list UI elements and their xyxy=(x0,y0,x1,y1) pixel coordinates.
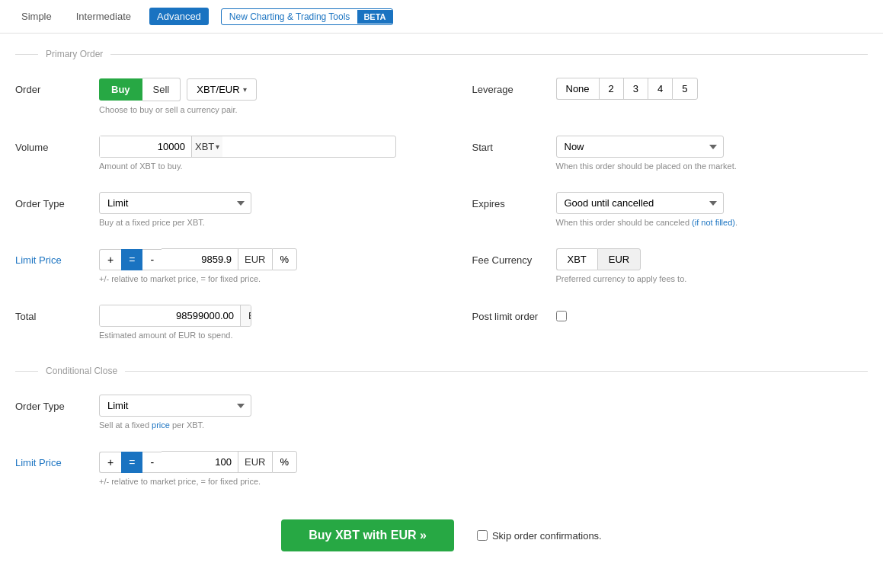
cond-limit-price-minus-button[interactable]: - xyxy=(142,452,162,473)
start-field-row: Start Now When this order should be plac… xyxy=(442,125,869,181)
volume-field-content: XBT Amount of XBT to buy. xyxy=(99,136,396,171)
fee-currency-hint: Preferred currency to apply fees to. xyxy=(556,274,869,283)
leverage-3[interactable]: 3 xyxy=(623,78,648,100)
skip-confirm-label: Skip order confirmations. xyxy=(492,530,602,542)
post-limit-order-content xyxy=(556,305,869,321)
cond-placeholder-right2 xyxy=(442,440,869,497)
beta-button-text: New Charting & Trading Tools xyxy=(222,9,358,24)
limit-price-minus-button[interactable]: - xyxy=(142,249,162,270)
leverage-field-row: Leverage None 2 3 4 5 xyxy=(442,67,869,125)
cond-limit-price-equals-button[interactable]: = xyxy=(121,452,142,473)
expires-select[interactable]: Good until cancelled xyxy=(556,192,724,214)
fee-currency-field-row: Fee Currency XBT EUR Preferred currency … xyxy=(442,238,869,294)
total-field-label: Total xyxy=(15,305,99,322)
cond-order-type-select[interactable]: Limit Market xyxy=(99,395,251,417)
total-field-content: EUR Estimated amount of EUR to spend. xyxy=(99,305,396,340)
leverage-field-label: Leverage xyxy=(472,78,556,95)
cond-limit-price-percent-button[interactable]: % xyxy=(272,451,298,473)
cond-limit-price-plus-button[interactable]: + xyxy=(99,452,121,473)
fee-currency-buttons: XBT EUR xyxy=(556,248,869,270)
tab-advanced[interactable]: Advanced xyxy=(149,8,209,25)
submit-button[interactable]: Buy XBT with EUR » xyxy=(281,519,454,551)
order-hint: Choose to buy or sell a currency pair. xyxy=(99,105,396,114)
submit-area: Buy XBT with EUR » Skip order confirmati… xyxy=(15,497,868,574)
expires-hint-colored: (if not filled) xyxy=(692,218,735,227)
total-field-row: Total EUR Estimated amount of EUR to spe… xyxy=(15,294,442,350)
limit-price-controls: + = - EUR % xyxy=(99,248,396,270)
post-limit-order-row: Post limit order xyxy=(442,294,869,350)
skip-confirm-wrap: Skip order confirmations. xyxy=(477,530,602,542)
main-content: Primary Order Order Buy Sell XBT/EUR Cho… xyxy=(0,49,883,588)
primary-order-grid: Order Buy Sell XBT/EUR Choose to buy or … xyxy=(15,67,868,350)
order-buy-sell-buttons: Buy Sell XBT/EUR xyxy=(99,78,396,101)
sell-button[interactable]: Sell xyxy=(142,78,181,101)
buy-button[interactable]: Buy xyxy=(99,78,142,101)
cond-limit-price-controls: + = - EUR % xyxy=(99,451,396,473)
currency-pair-button[interactable]: XBT/EUR xyxy=(187,78,256,101)
order-type-field-content: Limit Market Stop Loss Take Profit Buy a… xyxy=(99,192,396,227)
beta-tag: BETA xyxy=(357,10,392,24)
leverage-buttons: None 2 3 4 5 xyxy=(556,78,869,100)
order-field-content: Buy Sell XBT/EUR Choose to buy or sell a… xyxy=(99,78,396,114)
limit-price-equals-button[interactable]: = xyxy=(121,249,142,270)
leverage-2[interactable]: 2 xyxy=(599,78,623,100)
post-limit-order-checkbox[interactable] xyxy=(556,311,567,321)
conditional-close-label: Conditional Close xyxy=(38,366,125,376)
post-limit-order-checkbox-wrap xyxy=(556,305,869,321)
order-type-hint: Buy at a fixed price per XBT. xyxy=(99,218,396,227)
beta-button[interactable]: New Charting & Trading Tools BETA xyxy=(221,8,393,25)
cond-limit-price-currency: EUR xyxy=(238,451,271,473)
conditional-close-grid: Order Type Limit Market Sell at a fixed … xyxy=(15,384,868,497)
total-hint: Estimated amount of EUR to spend. xyxy=(99,331,396,340)
fee-eur-button[interactable]: EUR xyxy=(597,248,641,270)
cond-placeholder-right xyxy=(442,384,869,440)
conditional-close-section-header: Conditional Close xyxy=(15,366,868,376)
limit-price-field-row: Limit Price + = - EUR % +/- relative to … xyxy=(15,238,442,294)
order-type-select[interactable]: Limit Market Stop Loss Take Profit xyxy=(99,192,251,214)
limit-price-plus-button[interactable]: + xyxy=(99,249,121,270)
fee-currency-field-content: XBT EUR Preferred currency to apply fees… xyxy=(556,248,869,283)
cond-limit-price-label: Limit Price xyxy=(15,451,99,468)
volume-field-label: Volume xyxy=(15,136,99,153)
leverage-4[interactable]: 4 xyxy=(648,78,672,100)
cond-limit-price-content: + = - EUR % +/- relative to market price… xyxy=(99,451,396,486)
start-hint: When this order should be placed on the … xyxy=(556,161,869,171)
cond-order-type-row: Order Type Limit Market Sell at a fixed … xyxy=(15,384,442,440)
cond-limit-price-input[interactable] xyxy=(162,451,238,473)
volume-unit[interactable]: XBT xyxy=(191,136,222,157)
cond-limit-price-hint: +/- relative to market price, = for fixe… xyxy=(99,477,396,486)
limit-price-field-content: + = - EUR % +/- relative to market price… xyxy=(99,248,396,283)
start-select[interactable]: Now xyxy=(556,136,724,158)
total-currency: EUR xyxy=(240,305,251,326)
tab-simple[interactable]: Simple xyxy=(15,8,58,25)
limit-price-currency: EUR xyxy=(238,248,271,270)
volume-field-row: Volume XBT Amount of XBT to buy. xyxy=(15,125,442,181)
volume-input[interactable] xyxy=(100,136,191,157)
cond-order-type-hint-colored: price xyxy=(152,420,170,430)
leverage-none[interactable]: None xyxy=(556,78,599,100)
order-field-row: Order Buy Sell XBT/EUR Choose to buy or … xyxy=(15,67,442,125)
leverage-5[interactable]: 5 xyxy=(672,78,697,100)
total-input[interactable] xyxy=(100,305,240,326)
leverage-field-content: None 2 3 4 5 xyxy=(556,78,869,100)
cond-order-type-label: Order Type xyxy=(15,395,99,412)
expires-field-content: Good until cancelled When this order sho… xyxy=(556,192,869,227)
expires-hint: When this order should be canceled (if n… xyxy=(556,218,869,227)
section-line-right xyxy=(110,54,868,55)
expires-field-row: Expires Good until cancelled When this o… xyxy=(442,181,869,238)
skip-confirm-checkbox[interactable] xyxy=(477,530,488,541)
limit-price-hint: +/- relative to market price, = for fixe… xyxy=(99,274,396,283)
limit-price-percent-button[interactable]: % xyxy=(272,248,298,270)
fee-xbt-button[interactable]: XBT xyxy=(556,248,597,270)
limit-price-input[interactable] xyxy=(162,248,238,270)
order-type-field-label: Order Type xyxy=(15,192,99,209)
order-field-label: Order xyxy=(15,78,99,95)
tab-intermediate[interactable]: Intermediate xyxy=(70,8,137,25)
conditional-line-right xyxy=(125,371,868,372)
volume-input-wrap: XBT xyxy=(99,136,396,158)
top-navigation: Simple Intermediate Advanced New Chartin… xyxy=(0,0,883,34)
primary-order-label: Primary Order xyxy=(38,49,110,59)
expires-field-label: Expires xyxy=(472,192,556,209)
primary-order-section-header: Primary Order xyxy=(15,49,868,59)
start-field-label: Start xyxy=(472,136,556,153)
